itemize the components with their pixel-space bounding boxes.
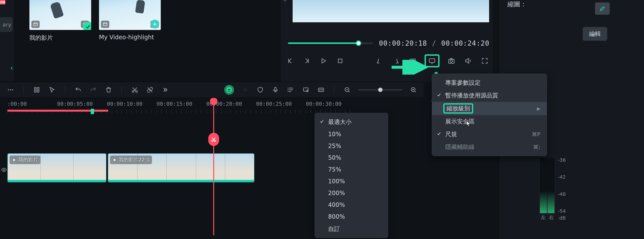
more-options-icon[interactable] <box>6 86 15 94</box>
svg-point-13 <box>8 89 9 91</box>
playhead-cap-icon[interactable] <box>210 98 217 105</box>
collapse-icon[interactable] <box>7 64 16 73</box>
menu-zoom-level[interactable]: 縮放級別 ▶ <box>432 102 547 115</box>
zoom-option[interactable]: 200% <box>315 187 388 199</box>
aspect-badge-icon <box>31 21 40 28</box>
shield-icon[interactable] <box>256 86 264 94</box>
ruler-in-marker[interactable] <box>91 109 94 114</box>
preview-monitor[interactable] <box>292 0 489 23</box>
ruler-tick: 00:00:10:00 <box>107 101 156 115</box>
edit-button[interactable]: 編輯 <box>583 27 607 41</box>
new-badge: EW <box>0 0 6 5</box>
ruler-tick: 00:00:25:00 <box>256 101 306 115</box>
scrub-handle[interactable] <box>356 41 361 46</box>
svg-rect-19 <box>37 90 39 92</box>
fit-width-icon[interactable] <box>317 86 325 94</box>
mark-in-icon[interactable] <box>375 56 384 66</box>
compare-icon[interactable] <box>408 56 417 66</box>
volume-icon[interactable] <box>464 56 473 66</box>
stop-icon[interactable] <box>336 56 345 66</box>
thumbnail-edit-chip[interactable] <box>595 3 610 15</box>
redo-icon[interactable] <box>89 86 98 94</box>
svg-point-25 <box>244 89 246 91</box>
snapshot-icon[interactable] <box>447 56 456 66</box>
timeline-clip[interactable]: 我的影片22-1 <box>108 153 254 182</box>
unlink-icon[interactable] <box>146 86 154 94</box>
add-clip-icon[interactable]: ＋ <box>150 20 159 29</box>
playhead[interactable] <box>213 98 214 235</box>
track-visibility-icon[interactable] <box>1 167 7 174</box>
zoom-option-fit[interactable]: 最適大小 <box>315 116 388 128</box>
zoom-option[interactable]: 400% <box>315 199 388 211</box>
zoom-out-icon[interactable] <box>343 86 352 94</box>
pointer-tool-icon[interactable] <box>48 86 56 94</box>
zoom-option[interactable]: 800% <box>315 211 388 222</box>
ruler-tick: 00:00:30:00 <box>306 101 356 115</box>
playhead-cut-icon[interactable] <box>208 133 219 146</box>
time-current: 00:00:20:18 <box>379 39 427 47</box>
timeline-clip[interactable]: 我的影片 <box>7 153 106 182</box>
meter-scale: -48 <box>558 191 566 197</box>
playback-row <box>286 54 489 68</box>
audio-meter-bars <box>539 157 555 214</box>
svg-point-14 <box>10 89 11 91</box>
marker-icon[interactable] <box>302 86 310 94</box>
media-clip-title: My Video-highlight <box>99 34 161 41</box>
delete-icon[interactable] <box>104 86 113 94</box>
svg-point-15 <box>12 89 13 91</box>
sparkle-icon[interactable] <box>241 86 249 94</box>
next-frame-icon[interactable] <box>302 56 312 66</box>
thumbnail-label: 縮圖： <box>508 0 636 9</box>
meter-db-label: dB <box>559 215 566 221</box>
media-clip-card[interactable]: ＋ My Video-highlight <box>99 0 161 40</box>
zoom-option[interactable]: 50% <box>315 152 388 164</box>
scrub-track[interactable] <box>288 43 373 44</box>
fullscreen-icon[interactable] <box>480 56 489 66</box>
display-settings-menu: 專案參數設定 暫停播放使用源品質 縮放級別 ▶ 展示安全區 尺規 ⌘P 隱藏輔助… <box>432 74 547 156</box>
svg-rect-27 <box>304 88 308 91</box>
zoom-option[interactable]: 75% <box>315 164 388 175</box>
menu-safe-zone[interactable]: 展示安全區 <box>432 115 547 128</box>
zoom-option[interactable]: 100% <box>315 175 388 187</box>
list-icon[interactable] <box>286 86 295 94</box>
zoom-option-custom[interactable]: 自訂 <box>315 222 388 235</box>
clip-label: 我的影片22-1 <box>119 157 150 163</box>
nav-tab-library[interactable]: ary <box>0 17 13 32</box>
preview-vertical-ruler: 1000 <box>282 0 288 50</box>
menu-project-settings[interactable]: 專案參數設定 <box>432 76 547 89</box>
zoom-option[interactable]: 25% <box>315 140 388 152</box>
clip-label: 我的影片 <box>18 157 38 163</box>
menu-ruler[interactable]: 尺規 ⌘P <box>432 128 547 141</box>
aspect-badge-icon <box>101 21 109 28</box>
media-thumbnail[interactable]: ＋ <box>99 0 161 30</box>
zoom-level-submenu: 最適大小 10% 25% 50% 75% 100% 200% 400% 800%… <box>315 113 388 238</box>
monitor-icon <box>427 56 437 66</box>
more-tools-icon[interactable] <box>161 86 169 94</box>
timeline-toolbar <box>0 82 424 98</box>
media-thumbnail[interactable]: 0:00:13 <box>30 0 91 30</box>
prev-frame-icon[interactable] <box>286 56 295 66</box>
mic-icon[interactable] <box>271 86 280 94</box>
shortcut-label: ⌘P <box>532 131 540 137</box>
svg-rect-18 <box>34 90 36 92</box>
cut-icon[interactable] <box>130 86 139 94</box>
ai-avatar-icon[interactable] <box>224 85 234 95</box>
zoom-option[interactable]: 10% <box>315 128 388 140</box>
menu-pause-source-quality[interactable]: 暫停播放使用源品質 <box>432 89 547 102</box>
svg-point-28 <box>306 90 308 92</box>
display-settings-button[interactable] <box>425 55 440 67</box>
svg-rect-0 <box>34 23 38 26</box>
media-clip-card[interactable]: 0:00:13 我的影片 <box>30 0 91 40</box>
zoom-in-icon[interactable] <box>409 86 418 94</box>
undo-icon[interactable] <box>74 86 82 94</box>
time-total: 00:00:24:20 <box>441 39 489 47</box>
ruler-tick: 00:00:05:00 <box>57 101 107 115</box>
ruler-tick: :00:00 <box>7 101 57 115</box>
play-icon[interactable] <box>319 56 328 66</box>
svg-point-24 <box>229 89 230 90</box>
grid-select-icon[interactable] <box>32 86 41 94</box>
media-library: 0:00:13 我的影片 ＋ My Video-highlight <box>30 0 270 40</box>
zoom-slider[interactable] <box>358 89 402 91</box>
svg-point-23 <box>228 89 229 90</box>
mark-out-icon[interactable] <box>391 56 401 66</box>
